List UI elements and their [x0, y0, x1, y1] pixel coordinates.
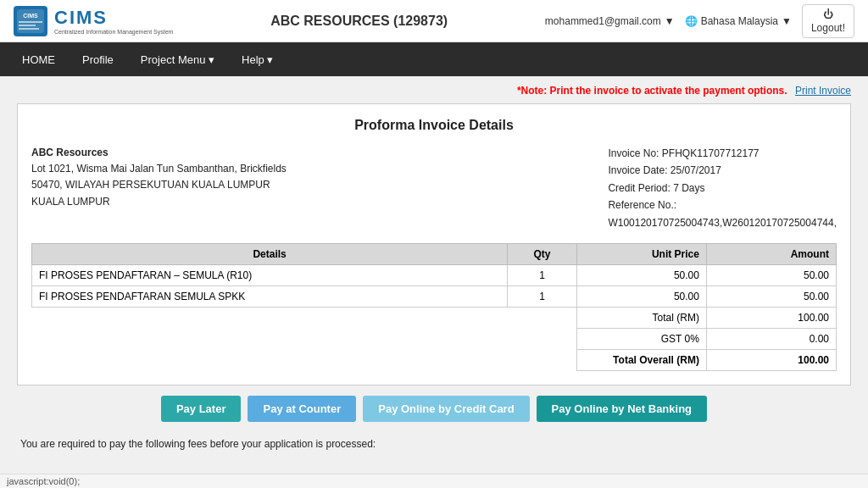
gst-label: GST 0% [576, 328, 706, 349]
nav-project-menu[interactable]: Project Menu ▾ [127, 45, 228, 75]
logout-button[interactable]: ⏻ Logout! [802, 4, 854, 38]
col-header-qty: Qty [508, 243, 577, 264]
nav-help-label: Help ▾ [242, 53, 273, 66]
invoice-header-row: ABC Resources Lot 1021, Wisma Mai Jalan … [31, 145, 837, 231]
invoice-no-value: PFHQK11707712177 [662, 147, 760, 159]
nav-project-menu-label: Project Menu ▾ [141, 53, 214, 66]
col-header-unitprice: Unit Price [576, 243, 706, 264]
company-address1: Lot 1021, Wisma Mai Jalan Tun Sambanthan… [31, 161, 287, 177]
logo-area: CIMS CIMS Centralized Information Manage… [14, 6, 173, 36]
row1-details: FI PROSES PENDAFTARAN – SEMULA (R10) [32, 264, 508, 286]
total-overall-value: 100.00 [706, 349, 836, 370]
summary-row-gst: GST 0% 0.00 [32, 328, 837, 349]
svg-text:CIMS: CIMS [23, 13, 38, 19]
invoice-box: Proforma Invoice Details ABC Resources L… [17, 103, 851, 385]
nav-bar: HOME Profile Project Menu ▾ Help ▾ [0, 42, 868, 76]
invoice-meta: Invoice No: PFHQK11707712177 Invoice Dat… [608, 145, 837, 231]
company-address3: KUALA LUMPUR [31, 194, 287, 210]
invoice-no-label: Invoice No: [608, 147, 659, 159]
header-right: mohammed1@gmail.com ▼ 🌐 Bahasa Malaysia … [545, 4, 854, 38]
invoice-table: Details Qty Unit Price Amount FI PROSES … [31, 243, 837, 371]
col-header-amount: Amount [706, 243, 836, 264]
print-invoice-link[interactable]: Print Invoice [795, 85, 851, 97]
main-content: *Note: Print the invoice to activate the… [0, 76, 868, 488]
table-row: FI PROSES PENDAFTARAN SEMULA SPKK 1 50.0… [32, 286, 837, 307]
total-overall-label: Total Overall (RM) [576, 349, 706, 370]
pay-online-credit-card-button[interactable]: Pay Online by Credit Card [363, 396, 529, 422]
row1-unitprice: 50.00 [576, 264, 706, 286]
credit-period-value: 7 Days [673, 182, 704, 194]
language-label: Bahasa Malaysia [701, 15, 778, 27]
reference-no-row: Reference No.: [608, 197, 837, 214]
logout-icon: ⏻ [823, 8, 833, 20]
svg-rect-3 [19, 21, 42, 23]
company-name: ABC Resources [31, 145, 287, 161]
empty-cell [32, 328, 577, 349]
empty-cell [32, 307, 577, 328]
user-email-chevron: ▼ [665, 15, 675, 27]
note-bar: *Note: Print the invoice to activate the… [17, 85, 851, 97]
nav-profile-label: Profile [82, 53, 114, 66]
row2-qty: 1 [508, 286, 577, 307]
table-header-row: Details Qty Unit Price Amount [32, 243, 837, 264]
table-row: FI PROSES PENDAFTARAN – SEMULA (R10) 1 5… [32, 264, 837, 286]
total-label: Total (RM) [576, 307, 706, 328]
info-line1: You are required to pay the following fe… [20, 435, 848, 454]
page-title: ABC RESOURCES (129873) [270, 14, 448, 29]
col-header-details: Details [32, 243, 508, 264]
row1-qty: 1 [508, 264, 577, 286]
logout-label: Logout! [811, 22, 845, 34]
invoice-title: Proforma Invoice Details [31, 118, 837, 133]
credit-period-row: Credit Period: 7 Days [608, 180, 837, 197]
reference-no-value: W100120170725004743,W260120170725004744, [608, 214, 837, 231]
globe-icon: 🌐 [685, 15, 698, 27]
reference-no-label: Reference No.: [608, 199, 676, 211]
invoice-no-row: Invoice No: PFHQK11707712177 [608, 145, 837, 162]
cims-logo-icon: CIMS [14, 6, 47, 36]
payment-buttons: Pay Later Pay at Counter Pay Online by C… [17, 396, 851, 422]
logo-subtitle: Centralized Information Management Syste… [54, 29, 173, 35]
pay-at-counter-button[interactable]: Pay at Counter [248, 396, 356, 422]
nav-profile[interactable]: Profile [69, 45, 127, 75]
summary-row-total-overall: Total Overall (RM) 100.00 [32, 349, 837, 370]
invoice-date-label: Invoice Date: [608, 164, 667, 176]
row2-amount: 50.00 [706, 286, 836, 307]
lang-chevron: ▼ [782, 15, 792, 27]
note-text: *Note: Print the invoice to activate the… [517, 85, 787, 97]
row2-unitprice: 50.00 [576, 286, 706, 307]
user-email-dropdown[interactable]: mohammed1@gmail.com ▼ [545, 15, 675, 27]
pay-later-button[interactable]: Pay Later [161, 396, 242, 422]
user-email-text: mohammed1@gmail.com [545, 15, 661, 27]
pay-online-net-banking-button[interactable]: Pay Online by Net Banking [537, 396, 707, 422]
logo-text: CIMS Centralized Information Management … [54, 7, 173, 35]
row1-amount: 50.00 [706, 264, 836, 286]
language-selector[interactable]: 🌐 Bahasa Malaysia ▼ [685, 15, 792, 27]
svg-rect-4 [19, 25, 36, 26]
total-value: 100.00 [706, 307, 836, 328]
nav-help[interactable]: Help ▾ [228, 45, 287, 75]
company-address2: 50470, WILAYAH PERSEKUTUAN KUALA LUMPUR [31, 177, 287, 193]
company-info: ABC Resources Lot 1021, Wisma Mai Jalan … [31, 145, 287, 231]
gst-value: 0.00 [706, 328, 836, 349]
top-header: CIMS CIMS Centralized Information Manage… [0, 0, 868, 42]
nav-home-label: HOME [22, 53, 55, 66]
row2-details: FI PROSES PENDAFTARAN SEMULA SPKK [32, 286, 508, 307]
svg-rect-5 [19, 28, 39, 30]
credit-period-label: Credit Period: [608, 182, 670, 194]
status-text: javascript:void(0); [7, 476, 80, 486]
empty-cell [32, 349, 577, 370]
summary-row-total: Total (RM) 100.00 [32, 307, 837, 328]
invoice-date-row: Invoice Date: 25/07/2017 [608, 162, 837, 179]
status-bar: javascript:void(0); [0, 474, 868, 488]
invoice-date-value: 25/07/2017 [670, 164, 721, 176]
logo-cims-label: CIMS [54, 7, 173, 29]
nav-home[interactable]: HOME [8, 45, 69, 75]
